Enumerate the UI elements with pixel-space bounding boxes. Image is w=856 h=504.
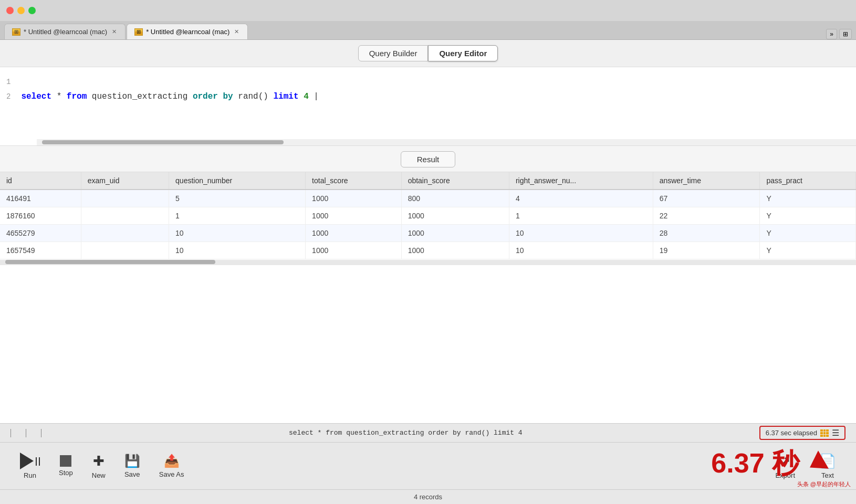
- table-cell: Y: [760, 190, 856, 207]
- table-row: 41649151000800467Y: [0, 190, 856, 207]
- table-cell: 1657549: [0, 242, 81, 259]
- table-row: 165754910100010001019Y: [0, 242, 856, 259]
- tab-close-2[interactable]: ✕: [233, 28, 240, 36]
- query-builder-button[interactable]: Query Builder: [358, 45, 429, 61]
- annotation-overlay: 6.37 秒: [711, 445, 824, 482]
- run-sub-icon: [36, 457, 40, 466]
- code-editor[interactable]: select * from question_extracting order …: [17, 72, 856, 140]
- col-question-number: question_number: [169, 172, 306, 190]
- col-total-score: total_score: [306, 172, 402, 190]
- run-icon: [20, 453, 34, 469]
- save-button[interactable]: 💾 Save: [115, 449, 150, 482]
- watermark-text: 头条 @早起的年轻人: [797, 480, 851, 488]
- code-line-2: select * from question_extracting order …: [21, 89, 852, 104]
- records-count: 4 records: [414, 493, 442, 501]
- table-cell: 22: [653, 207, 760, 225]
- status-elapsed: 6.37 sec elapsed ☰: [759, 426, 845, 440]
- table-scrollbar-thumb[interactable]: [5, 260, 215, 264]
- list-icon: ☰: [832, 428, 839, 438]
- records-bar: 4 records: [0, 489, 856, 504]
- save-label: Save: [124, 470, 140, 478]
- table-cell: 1876160: [0, 207, 81, 225]
- table-cell: 1000: [306, 225, 402, 242]
- status-bar: select * from question_extracting order …: [0, 423, 856, 442]
- status-query-text: select * from question_extracting order …: [52, 429, 759, 437]
- table-header-row: id exam_uid question_number total_score …: [0, 172, 856, 190]
- new-button[interactable]: ✚ New: [82, 449, 115, 484]
- status-markers: [11, 429, 41, 437]
- line-numbers: 1 2: [0, 72, 17, 140]
- table-cell: 4655279: [0, 225, 81, 242]
- table-cell: 10: [509, 242, 653, 259]
- stop-icon: [60, 455, 71, 467]
- table-cell: 1000: [401, 207, 509, 225]
- tabs-bar: ⊞ * Untitled @learncoal (mac) ✕ ⊞ * Unti…: [0, 21, 856, 40]
- table-row: 1876160110001000122Y: [0, 207, 856, 225]
- table-cell: [81, 207, 169, 225]
- stop-button[interactable]: Stop: [49, 451, 82, 481]
- save-as-icon: 📤: [164, 454, 180, 468]
- editor-area: 1 2 select * from question_extracting or…: [0, 67, 856, 146]
- table-cell: [81, 242, 169, 259]
- stop-label: Stop: [59, 469, 73, 477]
- tab-2[interactable]: ⊞ * Untitled @learncoal (mac) ✕: [127, 24, 248, 39]
- save-icon: 💾: [124, 454, 140, 468]
- col-right-answer-nu: right_answer_nu...: [509, 172, 653, 190]
- table-cell: 28: [653, 225, 760, 242]
- elapsed-text: 6.37 sec elapsed: [766, 429, 817, 437]
- table-cell: 1: [509, 207, 653, 225]
- editor-scrollbar-horizontal[interactable]: [37, 139, 856, 145]
- table-cell: Y: [760, 207, 856, 225]
- run-label: Run: [24, 471, 36, 479]
- table-cell: 416491: [0, 190, 81, 207]
- query-editor-button[interactable]: Query Editor: [428, 45, 498, 61]
- table-row: 465527910100010001028Y: [0, 225, 856, 242]
- table-cell: 1: [169, 207, 306, 225]
- tab-close-1[interactable]: ✕: [110, 28, 118, 36]
- table-cell: 1000: [401, 225, 509, 242]
- col-exam-uid: exam_uid: [81, 172, 169, 190]
- result-header: Result: [0, 146, 856, 172]
- new-label: New: [92, 471, 106, 479]
- col-id: id: [0, 172, 81, 190]
- editor-scrollbar-thumb[interactable]: [42, 140, 284, 144]
- table-cell: 10: [169, 242, 306, 259]
- tab-icon-1: ⊞: [12, 28, 20, 36]
- tab-label-2: * Untitled @learncoal (mac): [146, 28, 229, 36]
- grid-icon: [820, 429, 829, 437]
- maximize-button[interactable]: [28, 7, 36, 14]
- result-tab-button[interactable]: Result: [401, 151, 456, 167]
- status-marker-3: [41, 429, 41, 437]
- status-marker-2: [26, 429, 26, 437]
- toolbar-row: Query Builder Query Editor: [0, 40, 856, 67]
- table-cell: 10: [169, 225, 306, 242]
- annotation-text: 6.37 秒: [711, 445, 799, 482]
- col-obtain-score: obtain_score: [401, 172, 509, 190]
- code-line-1: [21, 75, 852, 89]
- table-cell: 67: [653, 190, 760, 207]
- table-cell: 1000: [306, 190, 402, 207]
- tab-label-1: * Untitled @learncoal (mac): [24, 28, 107, 36]
- tabs-overflow-button[interactable]: »: [826, 29, 837, 39]
- table-cell: [81, 225, 169, 242]
- result-section: Result id exam_uid question_number total…: [0, 146, 856, 423]
- tab-1[interactable]: ⊞ * Untitled @learncoal (mac) ✕: [4, 24, 126, 39]
- table-cell: 5: [169, 190, 306, 207]
- table-cell: 1000: [306, 242, 402, 259]
- close-button[interactable]: [6, 7, 14, 14]
- bottom-toolbar: Run Stop ✚ New 💾 Save 📤 Save As 6.37 秒 ↗…: [0, 442, 856, 489]
- table-cell: 800: [401, 190, 509, 207]
- result-table-wrapper[interactable]: id exam_uid question_number total_score …: [0, 172, 856, 423]
- minimize-button[interactable]: [17, 7, 25, 14]
- table-cell: [81, 190, 169, 207]
- title-bar: [0, 0, 856, 21]
- run-button[interactable]: Run: [11, 448, 49, 484]
- table-cell: 19: [653, 242, 760, 259]
- new-icon: ✚: [93, 453, 105, 469]
- table-scrollbar-horizontal[interactable]: [0, 260, 856, 265]
- tabs-extra-button[interactable]: ⊞: [839, 29, 852, 39]
- save-as-button[interactable]: 📤 Save As: [150, 449, 194, 482]
- save-as-label: Save As: [159, 470, 184, 478]
- status-marker-1: [11, 429, 11, 437]
- result-table: id exam_uid question_number total_score …: [0, 172, 856, 259]
